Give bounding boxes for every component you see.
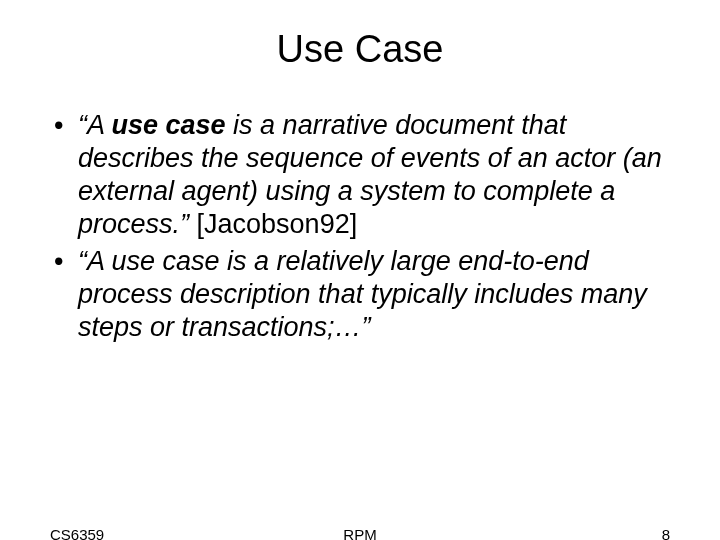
bullet-item: “A use case is a relatively large end-to… bbox=[50, 245, 670, 344]
bullet-list: “A use case is a narrative document that… bbox=[0, 109, 720, 344]
bullet-item: “A use case is a narrative document that… bbox=[50, 109, 670, 241]
bullet-term: use case bbox=[112, 110, 226, 140]
bullet-text: “A use case is a relatively large end-to… bbox=[78, 246, 647, 342]
bullet-citation: [Jacobson92] bbox=[197, 209, 358, 239]
page-number: 8 bbox=[662, 526, 670, 540]
bullet-text-prefix: “A bbox=[78, 110, 112, 140]
footer-author: RPM bbox=[0, 526, 720, 540]
slide: Use Case “A use case is a narrative docu… bbox=[0, 0, 720, 540]
slide-title: Use Case bbox=[0, 0, 720, 91]
